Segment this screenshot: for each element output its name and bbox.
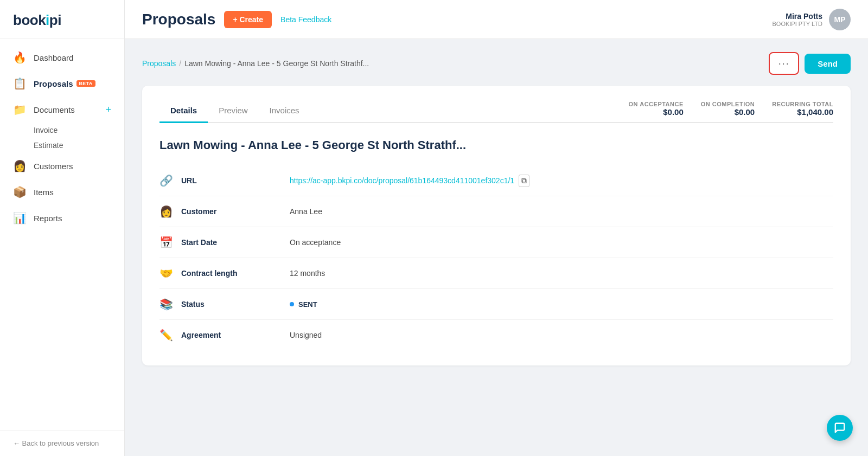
breadcrumb-row: Proposals / Lawn Mowing - Anna Lee - 5 G…: [142, 52, 851, 75]
status-value: SENT: [290, 300, 317, 309]
breadcrumb-actions: ··· Send: [769, 52, 851, 75]
stat-on-completion: ON COMPLETION $0.00: [701, 101, 755, 117]
stat-on-acceptance: ON ACCEPTANCE $0.00: [629, 101, 684, 117]
breadcrumb: Proposals / Lawn Mowing - Anna Lee - 5 G…: [142, 59, 369, 68]
sidebar-item-label: Customers: [34, 162, 73, 171]
sidebar-nav: 🔥 Dashboard 📋 Proposals BETA 📁 Documents…: [0, 39, 124, 430]
contract-icon: 🤝: [159, 267, 181, 280]
user-name: Mira Potts: [772, 12, 822, 21]
tabs-header: Details Preview Invoices ON ACCEPTANCE $…: [159, 101, 833, 123]
breadcrumb-link[interactable]: Proposals: [142, 59, 176, 68]
detail-row-contract-length: 🤝 Contract length 12 months: [159, 258, 833, 289]
sidebar-item-invoice[interactable]: Invoice: [0, 123, 124, 138]
customers-icon: 👩: [13, 159, 26, 172]
detail-row-status: 📚 Status SENT: [159, 289, 833, 320]
content-area: Proposals / Lawn Mowing - Anna Lee - 5 G…: [125, 39, 868, 456]
tabs-list: Details Preview Invoices: [159, 101, 310, 122]
more-options-button[interactable]: ···: [769, 52, 799, 75]
create-button[interactable]: + Create: [224, 11, 272, 28]
customer-value: Anna Lee: [290, 207, 322, 216]
tab-details[interactable]: Details: [159, 101, 208, 123]
sidebar-item-label: Dashboard: [34, 53, 73, 62]
url-icon: 🔗: [159, 174, 181, 187]
sidebar-item-customers[interactable]: 👩 Customers: [0, 153, 124, 179]
contract-value: 12 months: [290, 269, 325, 278]
status-dot: [290, 302, 294, 306]
breadcrumb-separator: /: [179, 59, 181, 68]
sidebar-item-reports[interactable]: 📊 Reports: [0, 205, 124, 231]
proposal-title: Lawn Mowing - Anna Lee - 5 George St Nor…: [159, 138, 833, 152]
sidebar-item-label: Reports: [34, 214, 62, 223]
detail-row-url: 🔗 URL https://ac-app.bkpi.co/doc/proposa…: [159, 165, 833, 196]
stat-recurring-total: RECURRING TOTAL $1,040.00: [772, 101, 833, 117]
sidebar-item-proposals[interactable]: 📋 Proposals BETA: [0, 70, 124, 97]
agreement-value: Unsigned: [290, 331, 322, 339]
items-icon: 📦: [13, 185, 26, 198]
sidebar-item-label: Items: [34, 188, 54, 197]
header: Proposals + Create Beta Feedback Mira Po…: [125, 0, 868, 39]
beta-feedback-link[interactable]: Beta Feedback: [280, 15, 331, 24]
status-text: SENT: [298, 300, 317, 309]
reports-icon: 📊: [13, 211, 26, 224]
copy-url-icon[interactable]: ⧉: [519, 175, 529, 187]
start-date-value: On acceptance: [290, 238, 341, 247]
status-icon: 📚: [159, 298, 181, 311]
tab-preview[interactable]: Preview: [208, 101, 258, 123]
customer-icon: 👩: [159, 205, 181, 218]
sidebar-item-label: Proposals BETA: [34, 79, 95, 88]
tab-stats: ON ACCEPTANCE $0.00 ON COMPLETION $0.00 …: [629, 101, 833, 122]
dashboard-icon: 🔥: [13, 51, 26, 64]
send-button[interactable]: Send: [805, 54, 851, 74]
breadcrumb-current: Lawn Mowing - Anna Lee - 5 George St Nor…: [184, 59, 369, 68]
page-title: Proposals: [142, 11, 215, 28]
sidebar: bookipi 🔥 Dashboard 📋 Proposals BETA 📁 D…: [0, 0, 125, 456]
agreement-icon: ✏️: [159, 329, 181, 342]
sidebar-item-estimate[interactable]: Estimate: [0, 138, 124, 153]
add-document-icon[interactable]: +: [105, 104, 111, 115]
chat-bubble-button[interactable]: [827, 415, 853, 441]
back-to-previous[interactable]: ← Back to previous version: [0, 430, 124, 456]
main-content: Proposals + Create Beta Feedback Mira Po…: [125, 0, 868, 456]
start-date-icon: 📅: [159, 236, 181, 249]
proposals-icon: 📋: [13, 77, 26, 90]
header-right: Mira Potts BOOKIPI PTY LTD MP: [772, 9, 851, 30]
sidebar-item-documents[interactable]: 📁 Documents +: [0, 97, 124, 123]
sidebar-item-label: Documents: [34, 105, 75, 114]
avatar[interactable]: MP: [829, 9, 851, 30]
proposal-url-link[interactable]: https://ac-app.bkpi.co/doc/proposal/61b1…: [290, 176, 514, 185]
detail-row-customer: 👩 Customer Anna Lee: [159, 196, 833, 227]
url-value: https://ac-app.bkpi.co/doc/proposal/61b1…: [290, 175, 529, 187]
beta-badge: BETA: [76, 80, 95, 87]
sidebar-item-dashboard[interactable]: 🔥 Dashboard: [0, 44, 124, 70]
user-info: Mira Potts BOOKIPI PTY LTD: [772, 12, 822, 27]
sidebar-item-items[interactable]: 📦 Items: [0, 179, 124, 205]
logo-text: bookipi: [13, 12, 61, 28]
proposal-card: Details Preview Invoices ON ACCEPTANCE $…: [142, 86, 851, 365]
logo: bookipi: [0, 0, 124, 39]
tab-invoices[interactable]: Invoices: [259, 101, 310, 123]
detail-row-start-date: 📅 Start Date On acceptance: [159, 227, 833, 258]
detail-row-agreement: ✏️ Agreement Unsigned: [159, 320, 833, 350]
header-left: Proposals + Create Beta Feedback: [142, 11, 331, 28]
documents-icon: 📁: [13, 103, 26, 116]
user-company: BOOKIPI PTY LTD: [772, 21, 822, 27]
